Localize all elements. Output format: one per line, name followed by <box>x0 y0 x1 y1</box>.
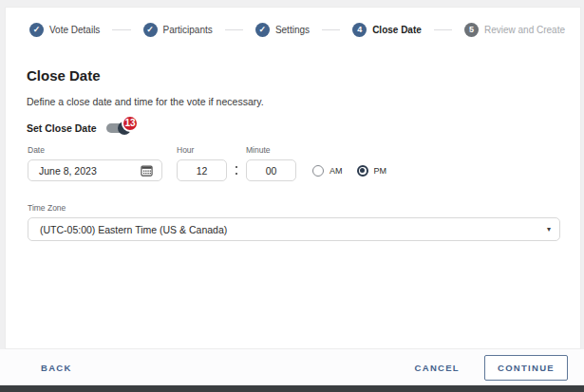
time-colon-separator <box>235 159 237 181</box>
date-time-fields: Date June 8, 2023 <box>28 145 386 181</box>
step-connector <box>225 29 243 30</box>
step-participants[interactable]: Participants <box>143 23 213 37</box>
hour-label: Hour <box>177 145 227 155</box>
minute-value: 00 <box>266 165 277 177</box>
step-connector <box>322 29 340 30</box>
minute-label: Minute <box>246 145 296 155</box>
radio-pm-label: PM <box>374 166 387 176</box>
radio-pm[interactable]: PM <box>357 165 387 177</box>
step-number: 4 <box>352 23 367 37</box>
timezone-value: (UTC-05:00) Eastern Time (US & Canada) <box>40 224 227 235</box>
step-number: 5 <box>464 23 479 37</box>
chevron-down-icon: ▾ <box>547 226 551 233</box>
set-close-date-row: Set Close Date 13 <box>27 122 129 134</box>
step-label: Participants <box>163 25 213 35</box>
step-label: Settings <box>275 25 310 35</box>
radio-selected-icon <box>357 165 368 177</box>
minute-field: Minute 00 <box>246 145 296 181</box>
page-description: Define a close date and time for the vot… <box>27 96 264 107</box>
hour-value: 12 <box>197 165 208 177</box>
step-review-and-create[interactable]: 5 Review and Create <box>464 23 565 37</box>
timezone-field: Time Zone (UTC-05:00) Eastern Time (US &… <box>28 203 560 241</box>
check-icon <box>255 23 270 37</box>
hour-input[interactable]: 12 <box>177 159 227 181</box>
minute-input[interactable]: 00 <box>246 159 296 181</box>
step-close-date[interactable]: 4 Close Date <box>352 23 422 37</box>
footer-right-group: CANCEL CONTINUE <box>415 355 568 381</box>
window-bottom-bar <box>0 385 584 392</box>
annotation-badge: 13 <box>122 115 139 132</box>
timezone-label: Time Zone <box>28 203 560 213</box>
cancel-button[interactable]: CANCEL <box>415 363 460 373</box>
wizard-stepper: Vote Details Participants Settings 4 Clo… <box>29 23 565 37</box>
meridiem-radio-group: AM PM <box>312 159 386 181</box>
step-label: Close Date <box>372 25 422 35</box>
step-vote-details[interactable]: Vote Details <box>29 23 100 37</box>
step-connector <box>434 29 452 30</box>
check-icon <box>29 23 44 37</box>
hour-field: Hour 12 <box>177 145 227 181</box>
continue-button[interactable]: CONTINUE <box>484 355 568 381</box>
calendar-icon[interactable] <box>141 164 153 177</box>
timezone-select[interactable]: (UTC-05:00) Eastern Time (US & Canada) ▾ <box>28 217 560 241</box>
check-icon <box>143 23 158 37</box>
step-settings[interactable]: Settings <box>255 23 310 37</box>
step-label: Review and Create <box>484 25 565 35</box>
radio-unselected-icon <box>312 165 324 177</box>
date-value: June 8, 2023 <box>39 165 97 177</box>
date-label: Date <box>28 145 162 155</box>
date-field: Date June 8, 2023 <box>28 145 162 181</box>
page-title: Close Date <box>27 67 101 84</box>
radio-am-label: AM <box>330 166 343 176</box>
wizard-card: Vote Details Participants Settings 4 Clo… <box>5 7 581 349</box>
date-input[interactable]: June 8, 2023 <box>28 159 162 181</box>
step-connector <box>112 29 130 30</box>
set-close-date-label: Set Close Date <box>27 122 97 134</box>
back-button[interactable]: BACK <box>41 363 72 373</box>
wizard-footer: BACK CANCEL CONTINUE <box>0 349 584 385</box>
step-label: Vote Details <box>49 25 100 35</box>
radio-am[interactable]: AM <box>312 165 343 177</box>
